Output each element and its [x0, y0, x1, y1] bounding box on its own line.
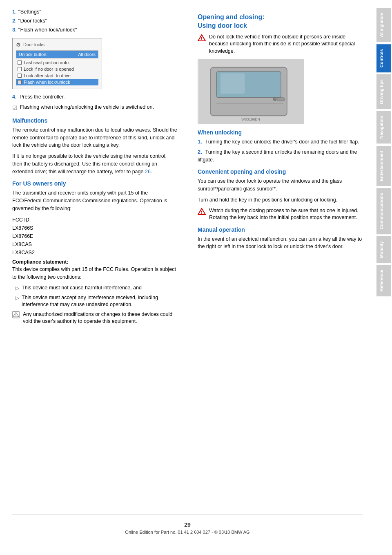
note-box: Any unauthorized modifications or change…	[12, 311, 177, 325]
malfunctions-heading: Malfunctions	[12, 117, 177, 124]
manual-operation-text: In the event of an electrical malfunctio…	[198, 235, 363, 251]
step4-paragraph: 4. Press the controller.	[12, 93, 177, 101]
page-number: 29	[12, 521, 363, 528]
svg-rect-11	[277, 98, 285, 101]
sidebar-tab-reference[interactable]: Reference	[376, 265, 391, 296]
sidebar-tab-communications[interactable]: Communications	[376, 188, 391, 234]
compliance-block: Compliance statement: This device compli…	[12, 258, 177, 281]
bullet1: ▷ This device must not cause harmful int…	[16, 284, 177, 292]
unlock-step-2: 2. Turning the key a second time unlocks…	[198, 148, 363, 164]
page-footer: 29 Online Edition for Part no. 01 41 2 6…	[12, 515, 363, 539]
settings-list: 1."Settings" 2."Door locks" 3."Flash whe…	[12, 8, 177, 34]
footer-text: Online Edition for Part no. 01 41 2 604 …	[12, 530, 363, 535]
warning-box-2: Watch during the closing process to be s…	[198, 207, 363, 222]
opening-closing-heading: Opening and closing:Using door lock	[198, 13, 363, 30]
page-ref-link[interactable]: 26	[145, 169, 151, 175]
ui-checkbox-4: Flash when lock/unlock	[16, 79, 98, 85]
malfunctions-para2: If it is no longer possible to lock the …	[12, 152, 177, 175]
list-item-3: 3."Flash when lock/unlock"	[12, 26, 177, 34]
ui-unlock-row: Unlock button: All doors	[16, 50, 98, 58]
convenient-heading: Convenient opening and closing	[198, 168, 363, 175]
sidebar-tab-at-a-glance[interactable]: At a glance	[376, 8, 391, 42]
warning-icon-1	[198, 34, 206, 42]
checkmark-note: ☑ Flashing when locking/unlocking the ve…	[12, 104, 177, 112]
svg-point-3	[16, 316, 16, 316]
arrow-icon-1: ▷	[16, 285, 19, 292]
sidebar: At a glance Controls Driving tips Naviga…	[375, 0, 392, 555]
list-item-1: 1."Settings"	[12, 8, 177, 16]
warning-box-1: Do not lock the vehicle from the outside…	[198, 34, 363, 55]
door-svg: W03186EN	[198, 59, 303, 124]
svg-rect-10	[220, 74, 245, 94]
fcc-ids: FCC ID: LX8766S LX8766E LX8CAS LX8CAS2	[12, 216, 177, 257]
list-item-2: 2."Door locks"	[12, 17, 177, 25]
item-num-3: 3.	[12, 27, 17, 33]
door-image: W03186EN	[198, 59, 304, 124]
manual-operation-heading: Manual operation	[198, 226, 363, 233]
svg-point-12	[273, 98, 276, 101]
sidebar-tab-navigation[interactable]: Navigation	[376, 111, 391, 143]
when-unlocking-heading: When unlocking	[198, 129, 363, 136]
right-column: Opening and closing:Using door lock Do n…	[194, 8, 363, 506]
unlock-step-1: 1. Turning the key once unlocks the driv…	[198, 138, 363, 146]
sidebar-tab-entertainment[interactable]: Entertainment	[376, 146, 391, 186]
svg-text:W03186EN: W03186EN	[241, 117, 260, 121]
checkbox-3	[18, 74, 22, 78]
convenient-para2: Turn and hold the key in the positions f…	[198, 196, 363, 204]
step4-num: 4.	[12, 94, 16, 100]
note-icon	[12, 311, 20, 318]
arrow-icon-2: ▷	[16, 295, 19, 302]
convenient-para1: You can use the door lock to operate the…	[198, 177, 363, 193]
for-us-para1: The transmitter and receiver units compl…	[12, 189, 177, 212]
sidebar-tab-mobility[interactable]: Mobility	[376, 236, 391, 263]
for-us-heading: For US owners only	[12, 180, 177, 187]
svg-point-6	[201, 39, 202, 40]
item-num-1: 1.	[12, 9, 17, 15]
svg-point-17	[201, 213, 202, 214]
settings-icon: ⚙	[16, 42, 21, 48]
ui-checkbox-3: Lock after start. to drive	[16, 72, 98, 79]
ui-checkbox-2: Lock if no door is opened	[16, 66, 98, 72]
sidebar-tab-controls[interactable]: Controls	[376, 44, 391, 72]
checkmark-icon: ☑	[12, 104, 18, 112]
left-column: 1."Settings" 2."Door locks" 3."Flash whe…	[12, 8, 181, 506]
ui-checkbox-1: Last seat position auto.	[16, 59, 98, 66]
bullet2: ▷ This device must accept any interferen…	[16, 294, 177, 309]
checkbox-4	[18, 80, 22, 84]
item-num-2: 2.	[12, 18, 17, 24]
malfunctions-para1: The remote control may malfunction due t…	[12, 126, 177, 149]
checkbox-2	[18, 67, 22, 71]
ui-title-bar: ⚙ Door locks	[16, 42, 98, 48]
door-locks-ui-screenshot: ⚙ Door locks Unlock button: All doors La…	[12, 38, 102, 89]
sidebar-tab-driving-tips[interactable]: Driving tips	[376, 74, 391, 109]
warning-icon-2	[198, 208, 206, 216]
checkbox-1	[18, 60, 22, 65]
